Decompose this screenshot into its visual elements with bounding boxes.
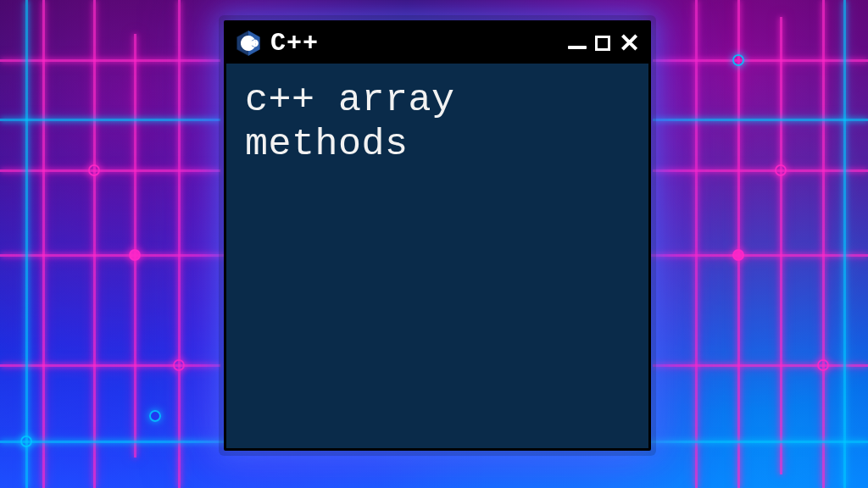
minimize-button[interactable]	[568, 37, 587, 49]
close-button[interactable]: ✕	[619, 30, 640, 56]
maximize-button[interactable]	[595, 36, 610, 51]
svg-rect-3	[253, 41, 253, 43]
svg-rect-5	[256, 41, 257, 43]
window-body: c++ array methods	[226, 64, 648, 448]
content-text: c++ array methods	[245, 79, 630, 167]
cpp-logo-icon	[235, 30, 262, 57]
titlebar[interactable]: C++ ✕	[226, 23, 648, 64]
window-controls: ✕	[568, 30, 640, 56]
window-title: C++	[270, 29, 319, 58]
terminal-window: C++ ✕ c++ array methods	[224, 20, 651, 451]
